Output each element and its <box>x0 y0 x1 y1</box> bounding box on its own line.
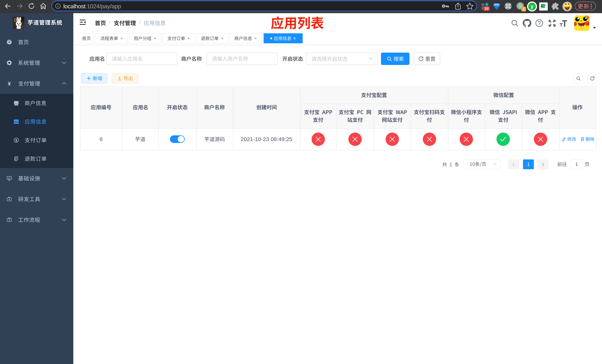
svg-text:¥: ¥ <box>8 81 11 87</box>
svg-text:y: y <box>531 3 534 9</box>
svg-text:10: 10 <box>484 7 489 11</box>
svg-text:1: 1 <box>523 7 525 11</box>
svg-text:¥: ¥ <box>15 138 17 142</box>
